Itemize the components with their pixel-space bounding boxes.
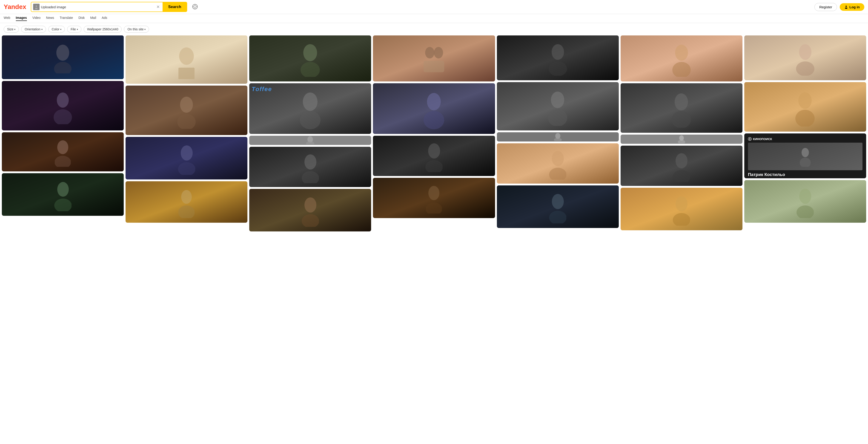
list-item[interactable] bbox=[497, 35, 619, 80]
svg-point-3 bbox=[194, 5, 196, 8]
list-item[interactable] bbox=[621, 35, 742, 82]
list-item[interactable] bbox=[126, 35, 247, 84]
list-item[interactable] bbox=[497, 132, 619, 142]
list-item[interactable] bbox=[497, 143, 619, 184]
svg-point-64 bbox=[673, 213, 690, 226]
svg-point-16 bbox=[57, 182, 69, 197]
svg-point-34 bbox=[304, 197, 316, 213]
svg-point-14 bbox=[57, 140, 68, 154]
list-item[interactable]: КИНОПОИСК Патрик Костильо bbox=[744, 134, 866, 178]
person-icon bbox=[34, 5, 39, 9]
filter-orientation-arrow: ▾ bbox=[41, 28, 42, 31]
nav-video[interactable]: Video bbox=[32, 16, 41, 21]
clear-button[interactable]: ✕ bbox=[155, 4, 161, 9]
svg-point-56 bbox=[672, 62, 691, 77]
register-button[interactable]: Register bbox=[814, 3, 837, 11]
list-item[interactable] bbox=[373, 178, 495, 218]
svg-point-22 bbox=[181, 145, 193, 160]
list-item[interactable] bbox=[2, 81, 124, 130]
filter-color-arrow: ▾ bbox=[60, 28, 61, 31]
nav-translate[interactable]: Translate bbox=[60, 16, 73, 21]
search-input-text: Uploaded image bbox=[41, 5, 154, 9]
grid-col-4 bbox=[373, 35, 495, 218]
face-silhouette bbox=[177, 92, 196, 129]
filter-on-this-site[interactable]: On this site ▾ bbox=[124, 26, 149, 33]
filter-wallpaper[interactable]: Wallpaper 2560x1440 bbox=[84, 26, 122, 33]
face-silhouette bbox=[796, 40, 814, 76]
face-silhouette bbox=[549, 40, 567, 76]
face-silhouette bbox=[426, 182, 442, 213]
yandex-logo[interactable]: Yandex bbox=[4, 3, 26, 10]
nav-news[interactable]: News bbox=[46, 16, 54, 21]
list-item[interactable]: Toffee bbox=[249, 83, 371, 134]
list-item[interactable] bbox=[249, 189, 371, 231]
svg-point-44 bbox=[426, 202, 442, 213]
person-silhouette bbox=[800, 146, 811, 167]
svg-point-0 bbox=[36, 5, 37, 7]
list-item[interactable] bbox=[2, 173, 124, 216]
search-bar-inner: Uploaded image ✕ bbox=[31, 4, 162, 10]
list-item[interactable] bbox=[373, 35, 495, 82]
list-item[interactable] bbox=[2, 35, 124, 79]
svg-point-54 bbox=[549, 211, 566, 224]
filter-size[interactable]: Size ▾ bbox=[4, 26, 19, 33]
list-item[interactable] bbox=[249, 136, 371, 145]
filter-size-label: Size bbox=[7, 27, 13, 31]
svg-point-42 bbox=[425, 160, 443, 172]
face-silhouette bbox=[55, 137, 71, 167]
logo-y: Y bbox=[4, 3, 8, 10]
svg-point-29 bbox=[300, 111, 320, 129]
kinopoisk-name: Патрик Костильо bbox=[748, 172, 863, 177]
list-item[interactable] bbox=[126, 137, 247, 179]
list-item[interactable] bbox=[621, 188, 742, 230]
kinopoisk-photo bbox=[748, 143, 863, 170]
thumbnail-xs bbox=[676, 135, 687, 143]
filters-bar: Size ▾ Orientation ▾ Color ▾ File ▾ Wall… bbox=[0, 23, 868, 35]
svg-point-19 bbox=[179, 48, 194, 65]
svg-point-39 bbox=[427, 93, 441, 111]
login-button[interactable]: Log in bbox=[840, 3, 864, 11]
kinopoisk-logo: КИНОПОИСК bbox=[753, 137, 772, 141]
svg-point-66 bbox=[796, 61, 814, 76]
svg-point-17 bbox=[54, 199, 71, 211]
list-item[interactable] bbox=[249, 147, 371, 187]
filter-file-arrow: ▾ bbox=[77, 28, 78, 31]
list-item[interactable] bbox=[621, 135, 742, 144]
list-item[interactable] bbox=[126, 181, 247, 223]
svg-point-57 bbox=[675, 93, 688, 111]
svg-point-31 bbox=[306, 141, 314, 145]
svg-point-32 bbox=[304, 154, 316, 170]
filter-color-label: Color bbox=[52, 27, 59, 31]
svg-point-43 bbox=[428, 186, 439, 200]
nav-ads[interactable]: Ads bbox=[102, 16, 107, 21]
face-silhouette bbox=[302, 194, 319, 227]
svg-point-38 bbox=[434, 47, 443, 58]
svg-point-71 bbox=[802, 148, 809, 157]
svg-point-21 bbox=[177, 114, 196, 129]
list-item[interactable] bbox=[373, 136, 495, 176]
list-item[interactable] bbox=[497, 185, 619, 228]
list-item[interactable] bbox=[126, 86, 247, 135]
search-button[interactable]: Search bbox=[162, 2, 187, 11]
list-item[interactable] bbox=[373, 83, 495, 134]
nav-disk[interactable]: Disk bbox=[79, 16, 85, 21]
lens-search-button[interactable] bbox=[190, 3, 200, 10]
filter-color[interactable]: Color ▾ bbox=[48, 26, 65, 33]
nav-web[interactable]: Web bbox=[4, 16, 10, 21]
list-item[interactable] bbox=[497, 82, 619, 130]
list-item[interactable] bbox=[744, 35, 866, 80]
list-item[interactable] bbox=[744, 82, 866, 131]
list-item[interactable] bbox=[249, 35, 371, 82]
list-item[interactable] bbox=[2, 132, 124, 171]
face-silhouette bbox=[797, 185, 814, 218]
list-item[interactable] bbox=[744, 180, 866, 223]
kinopoisk-icon bbox=[748, 137, 752, 141]
filter-file[interactable]: File ▾ bbox=[67, 26, 82, 33]
nav-mail[interactable]: Mail bbox=[90, 16, 96, 21]
list-item[interactable] bbox=[621, 83, 742, 133]
svg-point-27 bbox=[301, 62, 320, 77]
list-item[interactable] bbox=[621, 146, 742, 186]
nav-images[interactable]: Images bbox=[16, 16, 27, 21]
svg-marker-70 bbox=[749, 138, 751, 140]
filter-orientation[interactable]: Orientation ▾ bbox=[21, 26, 46, 33]
